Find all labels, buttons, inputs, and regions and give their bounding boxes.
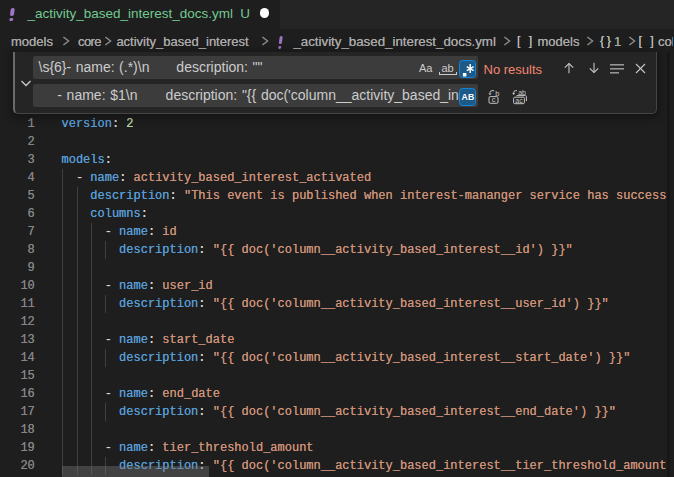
svg-text:b: b — [495, 89, 499, 98]
svg-text:ab: ab — [518, 89, 526, 96]
svg-text:ac: ac — [515, 96, 523, 103]
svg-text:c: c — [491, 95, 495, 104]
